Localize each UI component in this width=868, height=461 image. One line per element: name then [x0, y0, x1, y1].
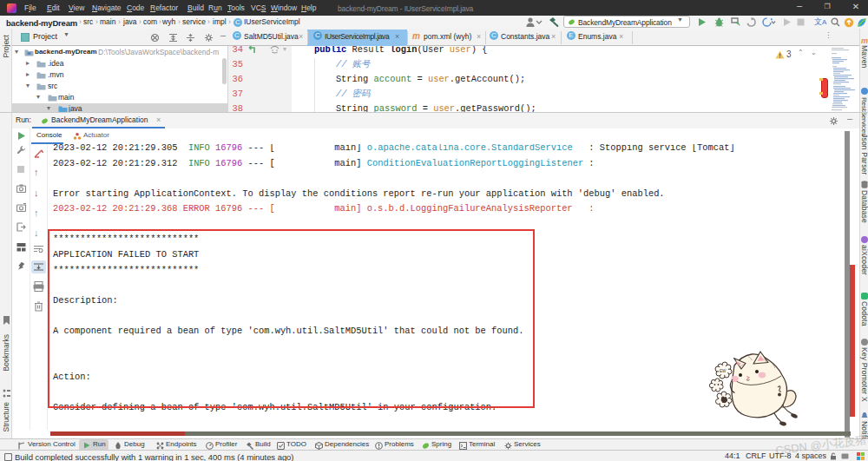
svg-text:EW: EW [720, 369, 727, 373]
